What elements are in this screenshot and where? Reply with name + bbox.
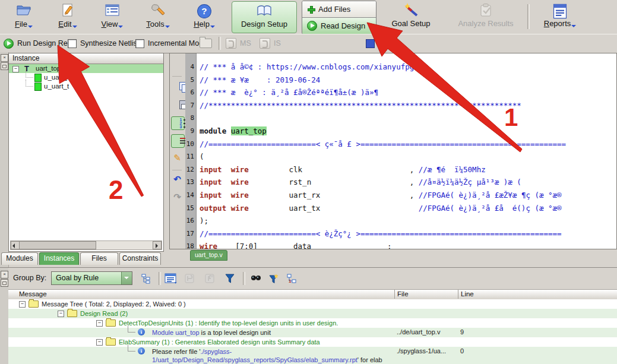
tree-branch-line: [26, 80, 33, 87]
expander-icon[interactable]: −: [96, 320, 103, 327]
close-panel-icon[interactable]: ×: [1, 54, 8, 62]
synthesize-netlist-checkbox[interactable]: [68, 39, 77, 48]
line-numbers-toggle[interactable]: 123: [171, 116, 185, 130]
waiver-button[interactable]: Waiver: [366, 34, 401, 52]
message-row[interactable]: iPlease refer file './spyglass-1/uart_to…: [8, 347, 617, 364]
line-number: 5: [185, 74, 196, 87]
find-button[interactable]: [250, 273, 262, 284]
menu-tools[interactable]: Tools: [141, 1, 175, 32]
message-row[interactable]: −DetectTopDesignUnits (1) : Identify the…: [8, 318, 617, 328]
open-folder-button[interactable]: [200, 34, 212, 52]
code-line: 13input wire rst_n , //å¤ä½ï¼ä½Žç µå¹³æ …: [185, 176, 616, 189]
menu-edit[interactable]: Edit: [52, 1, 83, 32]
ms-button[interactable]: MS: [226, 34, 251, 52]
scroll-right-icon[interactable]: [153, 241, 162, 249]
run-design-read-button[interactable]: Run Design Read: [4, 34, 76, 52]
message-view-button[interactable]: [164, 273, 179, 284]
group-by-value: Goal by Rule: [56, 274, 99, 282]
filter-add-button[interactable]: [268, 273, 279, 284]
group-by-dropdown[interactable]: Goal by Rule: [51, 271, 132, 285]
instance-column-header[interactable]: Instance: [9, 53, 163, 64]
message-row[interactable]: −ElabSummary (1) : Generates Elaborated …: [8, 337, 617, 347]
message-line-cell: 9: [460, 328, 464, 335]
menu-file[interactable]: File: [8, 1, 39, 32]
menu-help[interactable]: ?Help: [189, 1, 220, 32]
expander-icon[interactable]: −: [58, 311, 64, 317]
close-message-panel-icon[interactable]: ×: [1, 271, 8, 278]
column-message[interactable]: Message: [8, 290, 403, 299]
group-tree-button[interactable]: [141, 273, 151, 284]
tab-instances[interactable]: Instances: [39, 252, 79, 265]
float-message-panel-icon[interactable]: [1, 279, 8, 287]
column-line[interactable]: Line: [458, 290, 615, 299]
expander-icon[interactable]: −: [12, 66, 19, 72]
undo-button[interactable]: ↶: [171, 173, 183, 186]
toolbar-separator: [219, 37, 221, 50]
menu-label: File: [15, 20, 27, 29]
spyglass-window: FileEditViewTools?Help Design Setup Add …: [0, 0, 617, 364]
next-message-button[interactable]: [204, 273, 215, 284]
message-panel: × Group By: Goal by Rule: [0, 267, 617, 364]
edit-icon: [60, 4, 75, 18]
scrollbar-thumb[interactable]: [19, 241, 96, 249]
dropdown-arrow-icon[interactable]: [121, 272, 132, 284]
is-button[interactable]: IS: [260, 34, 281, 52]
code-text: // *** æ ¥æ : 2019-06-24: [196, 74, 320, 87]
design-setup-button[interactable]: Design Setup: [232, 1, 297, 33]
pencil-icon: ✎: [173, 153, 181, 163]
tab-files[interactable]: Files: [80, 252, 118, 265]
analyze-results-button[interactable]: Analyze Results: [450, 2, 521, 33]
goal-setup-button[interactable]: Goal Setup: [385, 2, 437, 33]
code-text: module uart_top: [196, 125, 267, 138]
tree-node-label: u_uart_t: [44, 82, 69, 91]
tree-row[interactable]: u_uart_t: [9, 82, 163, 91]
code-line: 9module uart_top: [185, 125, 616, 138]
wrap-toggle[interactable]: [171, 134, 185, 148]
tab-constraints[interactable]: Constraints: [119, 252, 161, 265]
line-number: 15: [185, 202, 196, 215]
scroll-left-icon[interactable]: [11, 241, 20, 249]
copy-button[interactable]: [171, 81, 183, 93]
menu-view[interactable]: View: [96, 1, 128, 32]
editor-file-tab[interactable]: uart_top.v: [190, 250, 227, 261]
reports-dropdown-icon: [571, 25, 576, 30]
incremental-mode-label: Incremental Mode: [148, 39, 207, 48]
add-files-button[interactable]: Add Files: [302, 1, 376, 18]
line-number: 4: [185, 61, 196, 74]
tab-modules[interactable]: Modules: [1, 252, 38, 265]
code-line: 15output wire uart_tx //FPGAé( è¿)ä¸²å £…: [185, 202, 616, 215]
edit-mode-button[interactable]: ✎: [171, 152, 183, 164]
line-number: 12: [185, 163, 196, 176]
add-icon: [307, 5, 315, 13]
tree-node-label: uart_top: [36, 64, 61, 73]
incremental-mode-checkbox[interactable]: [135, 39, 144, 48]
reports-icon: [552, 3, 568, 17]
tree-horizontal-scrollbar[interactable]: [10, 240, 162, 250]
menu-label: Edit: [58, 20, 71, 29]
code-area[interactable]: 4// *** å å©¢ : https://www.cnblogs.com/…: [185, 61, 616, 249]
code-line: 7//*************************************…: [185, 99, 616, 112]
ms-icon: [226, 38, 236, 49]
expander-icon[interactable]: −: [19, 301, 26, 308]
save-button[interactable]: [171, 99, 183, 111]
expander-icon[interactable]: −: [96, 339, 103, 346]
message-row[interactable]: −Design Read (2): [8, 309, 617, 318]
undo-icon: ↶: [173, 174, 181, 184]
message-row[interactable]: iModule uart_top is a top level design u…: [8, 328, 617, 337]
folder-icon: [67, 310, 77, 317]
float-panel-icon[interactable]: [1, 62, 8, 70]
bottom-dock-strip-lower: [0, 289, 9, 364]
message-row[interactable]: −Message Tree ( Total: 2, Displayed: 2, …: [8, 299, 617, 309]
filter-button[interactable]: [224, 273, 235, 284]
goto-hierarchy-button[interactable]: 1: [286, 273, 297, 284]
left-dock-strip: × Instances: [0, 52, 9, 267]
svg-text:1: 1: [289, 278, 292, 284]
reports-button[interactable]: Reports: [538, 2, 582, 33]
read-design-button[interactable]: Read Design: [302, 18, 376, 34]
read-design-label: Read Design: [321, 21, 365, 30]
column-file[interactable]: File: [394, 290, 458, 299]
message-text: Module uart_top is a top level design un…: [152, 328, 388, 337]
redo-button[interactable]: ↷: [171, 191, 183, 204]
prev-message-button[interactable]: [184, 273, 195, 284]
code-line: 12input wire clk , //æ ¶é ï¼50Mhz: [185, 163, 616, 176]
